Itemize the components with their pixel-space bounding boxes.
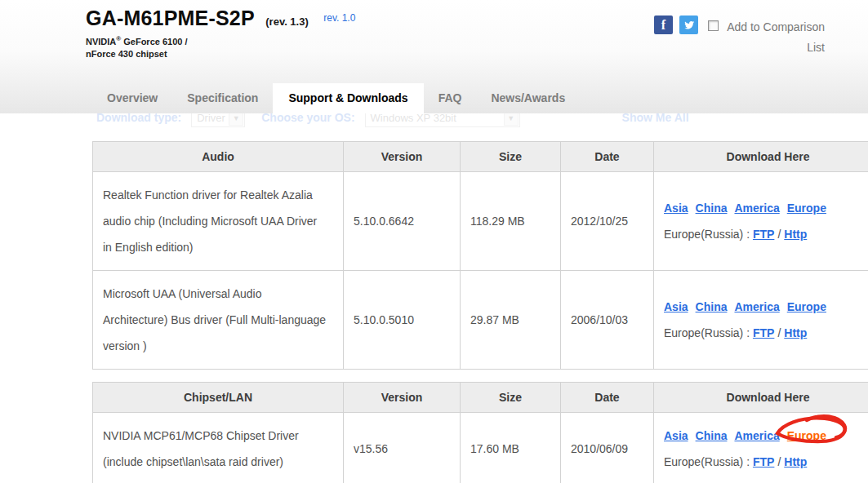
column-header-version: Version <box>344 142 461 172</box>
column-header-date: Date <box>561 142 654 172</box>
separator: / <box>777 326 781 339</box>
mirror-link-america[interactable]: America <box>734 202 779 215</box>
driver-date: 2010/06/09 <box>561 413 654 483</box>
driver-size: 29.87 MB <box>461 271 561 370</box>
column-header-date: Date <box>561 383 654 413</box>
mirror-link-china[interactable]: China <box>696 429 728 442</box>
social-share-bar: f <box>654 16 698 34</box>
ftp-link[interactable]: FTP <box>753 326 774 339</box>
column-header-download: Download Here <box>654 142 868 172</box>
mirror-link-asia[interactable]: Asia <box>664 202 688 215</box>
gigabyte-support-page: Download type: Driver ▼ Choose your OS: … <box>0 0 868 483</box>
tab-specification[interactable]: Specification <box>172 83 273 113</box>
revision-text: (rev. 1.3) <box>265 16 309 28</box>
russia-mirror-label: Europe(Russia) : <box>664 228 750 241</box>
tab-news-awards[interactable]: News/Awards <box>476 83 580 113</box>
facebook-icon[interactable]: f <box>654 16 673 34</box>
mirror-link-asia[interactable]: Asia <box>664 300 688 313</box>
http-link[interactable]: Http <box>784 228 807 241</box>
chipset-subtitle: NVIDIA® GeForce 6100 / nForce 430 chipse… <box>86 33 188 60</box>
column-header-category: Chipset/LAN <box>93 383 344 413</box>
column-header-download: Download Here <box>654 383 868 413</box>
mirror-link-china[interactable]: China <box>696 300 728 313</box>
http-link[interactable]: Http <box>784 326 807 339</box>
driver-date: 2006/10/03 <box>561 271 654 370</box>
driver-description: NVIDIA MCP61/MCP68 Chipset Driver (inclu… <box>93 413 344 483</box>
tab-faq[interactable]: FAQ <box>424 83 477 113</box>
download-links-cell: AsiaChinaAmericaEurope Europe(Russia) : … <box>654 413 868 483</box>
add-to-comparison-checkbox[interactable] <box>708 20 719 31</box>
download-links-cell: AsiaChinaAmericaEurope Europe(Russia) : … <box>654 271 868 370</box>
separator: / <box>777 455 781 468</box>
table-row: Microsoft UAA (Universal Audio Architect… <box>93 271 868 370</box>
separator: / <box>777 228 781 241</box>
chipset-lan-driver-table: Chipset/LAN Version Size Date Download H… <box>92 382 868 483</box>
tab-support-downloads[interactable]: Support & Downloads <box>273 83 423 113</box>
driver-version: 5.10.0.6642 <box>344 172 461 271</box>
table-row: NVIDIA MCP61/MCP68 Chipset Driver (inclu… <box>93 413 868 483</box>
russia-mirror-label: Europe(Russia) : <box>664 326 750 339</box>
mirror-link-europe[interactable]: Europe <box>787 202 826 215</box>
column-header-size: Size <box>461 383 561 413</box>
tab-overview[interactable]: Overview <box>92 83 172 113</box>
mirror-link-america[interactable]: America <box>734 300 779 313</box>
tab-bar: Overview Specification Support & Downloa… <box>92 83 580 113</box>
add-to-comparison-label: Add to Comparison List <box>722 17 825 58</box>
mirror-link-china[interactable]: China <box>696 202 728 215</box>
page-header: GA-M61PME-S2P (rev. 1.3) rev. 1.0 NVIDIA… <box>0 0 868 113</box>
download-tables: Audio Version Size Date Download Here Re… <box>92 141 868 483</box>
driver-description: Realtek Function driver for Realtek Azal… <box>93 172 344 271</box>
table-row: Realtek Function driver for Realtek Azal… <box>93 172 868 271</box>
driver-version: v15.56 <box>344 413 461 483</box>
driver-description: Microsoft UAA (Universal Audio Architect… <box>93 271 344 370</box>
driver-size: 17.60 MB <box>461 413 561 483</box>
mirror-link-asia[interactable]: Asia <box>664 429 688 442</box>
ftp-link[interactable]: FTP <box>753 455 774 468</box>
page-title: GA-M61PME-S2P <box>86 7 255 30</box>
driver-date: 2012/10/25 <box>561 172 654 271</box>
mirror-link-europe[interactable]: Europe <box>787 300 826 313</box>
http-link[interactable]: Http <box>784 455 807 468</box>
mirror-link-europe-highlighted[interactable]: Europe <box>787 429 826 442</box>
driver-size: 118.29 MB <box>461 172 561 271</box>
column-header-size: Size <box>461 142 561 172</box>
column-header-category: Audio <box>93 142 344 172</box>
mirror-link-america[interactable]: America <box>734 429 779 442</box>
download-links-cell: AsiaChinaAmericaEurope Europe(Russia) : … <box>654 172 868 271</box>
driver-version: 5.10.0.5010 <box>344 271 461 370</box>
russia-mirror-label: Europe(Russia) : <box>664 455 750 468</box>
column-header-version: Version <box>344 383 461 413</box>
rev-1-0-link[interactable]: rev. 1.0 <box>323 12 355 24</box>
twitter-icon[interactable] <box>679 16 698 34</box>
audio-driver-table: Audio Version Size Date Download Here Re… <box>92 141 868 370</box>
ftp-link[interactable]: FTP <box>753 228 774 241</box>
